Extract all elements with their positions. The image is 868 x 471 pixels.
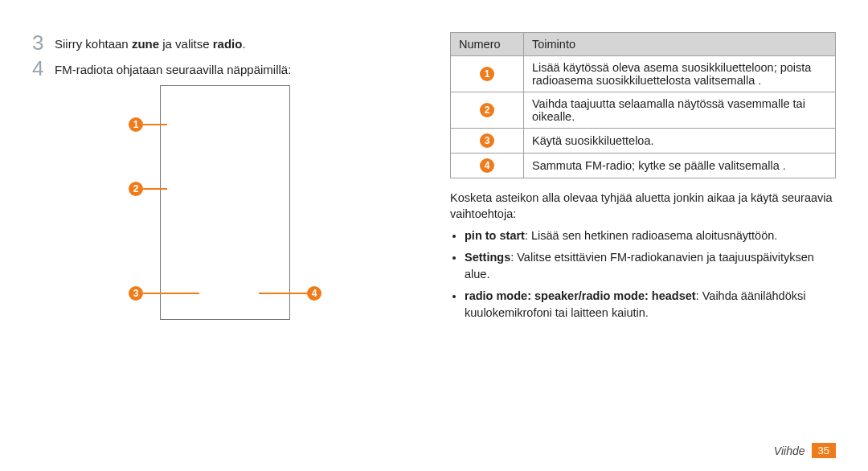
- th-number: Numero: [451, 33, 524, 56]
- th-function: Toiminto: [524, 33, 836, 56]
- callout-1: 1: [129, 117, 167, 132]
- callout-dot-icon: 3: [129, 286, 143, 301]
- callout-dot-icon: 4: [307, 286, 321, 301]
- callout-leader: [143, 293, 199, 294]
- step-number: 3: [32, 32, 55, 53]
- row-text: Sammuta FM-radio; kytke se päälle valits…: [524, 154, 836, 178]
- row-dot-icon: 3: [480, 133, 494, 148]
- row-dot-icon: 2: [480, 103, 494, 117]
- phone-diagram: 1 2 3 4: [153, 85, 297, 326]
- options-list: pin to start: Lisää sen hetkinen radioas…: [450, 227, 836, 322]
- table-header-row: Numero Toiminto: [451, 33, 836, 56]
- step-4: 4 FM-radiota ohjataan seuraavilla näppäi…: [32, 58, 418, 79]
- table-row: 4 Sammuta FM-radio; kytke se päälle vali…: [451, 154, 836, 178]
- list-item: pin to start: Lisää sen hetkinen radioas…: [465, 227, 836, 244]
- options-intro: Kosketa asteikon alla olevaa tyhjää alue…: [450, 190, 836, 223]
- functions-table: Numero Toiminto 1 Lisää käytössä oleva a…: [450, 32, 836, 178]
- callout-2: 2: [129, 182, 167, 196]
- callout-leader: [259, 293, 307, 294]
- row-text: Käytä suosikkiluetteloa.: [524, 129, 836, 154]
- callout-leader: [143, 124, 167, 125]
- footer-page-number: 35: [812, 443, 836, 458]
- footer-section: Viihde: [774, 444, 805, 457]
- step-text: FM-radiota ohjataan seuraavilla näppäimi…: [55, 58, 291, 78]
- callout-dot-icon: 2: [129, 182, 143, 196]
- row-text: Lisää käytössä oleva asema suosikkiluett…: [524, 56, 836, 92]
- list-item: Settings: Valitse etsittävien FM-radioka…: [465, 249, 836, 283]
- callout-leader: [143, 188, 167, 190]
- list-item: radio mode: speaker/radio mode: headset:…: [465, 288, 836, 322]
- table-row: 3 Käytä suosikkiluetteloa.: [451, 129, 836, 154]
- table-row: 1 Lisää käytössä oleva asema suosikkilue…: [451, 56, 836, 92]
- callout-dot-icon: 1: [129, 117, 143, 132]
- phone-outline: [160, 85, 290, 320]
- table-row: 2 Vaihda taajuutta selaamalla näytössä v…: [451, 92, 836, 129]
- step-3: 3 Siirry kohtaan zune ja valitse radio.: [32, 32, 418, 53]
- row-text: Vaihda taajuutta selaamalla näytössä vas…: [524, 92, 836, 129]
- row-dot-icon: 4: [480, 158, 494, 173]
- callout-4: 4: [259, 286, 321, 301]
- page-footer: Viihde 35: [774, 443, 836, 458]
- step-text: Siirry kohtaan zune ja valitse radio.: [55, 32, 246, 52]
- step-number: 4: [32, 58, 55, 79]
- row-dot-icon: 1: [480, 67, 494, 81]
- callout-3: 3: [129, 286, 199, 301]
